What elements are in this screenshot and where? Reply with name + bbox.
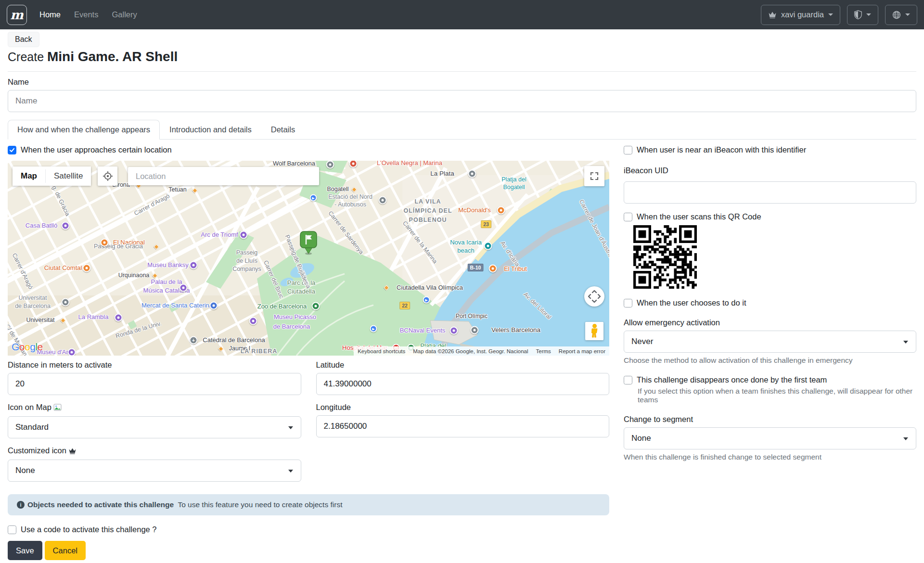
map-poi-pin[interactable] bbox=[468, 170, 476, 178]
approach-location-label: When the user approaches certain locatio… bbox=[21, 145, 172, 154]
map-poi-pin[interactable] bbox=[60, 318, 65, 323]
latitude-input[interactable] bbox=[316, 373, 610, 395]
emergency-select[interactable]: Never bbox=[624, 331, 916, 353]
google-logo[interactable]: Google bbox=[12, 341, 43, 353]
approach-location-checkbox[interactable]: When the user approaches certain locatio… bbox=[8, 145, 609, 154]
map-poi-pin[interactable] bbox=[180, 284, 188, 292]
map-label: La Rambla bbox=[78, 313, 109, 321]
checkbox-unchecked[interactable] bbox=[624, 146, 632, 154]
report-map-error-link[interactable]: Report a map error bbox=[555, 348, 609, 354]
map-poi-pin[interactable] bbox=[484, 242, 492, 250]
map-poi-pin[interactable] bbox=[83, 264, 91, 272]
customized-icon-select[interactable]: None bbox=[8, 460, 301, 482]
checkbox-unchecked[interactable] bbox=[624, 299, 632, 307]
map-label: Universitat bbox=[26, 317, 54, 324]
map-poi-pin[interactable] bbox=[115, 314, 123, 322]
checkbox-checked[interactable] bbox=[8, 146, 16, 154]
map-poi-pin[interactable] bbox=[190, 261, 198, 269]
chevron-down-icon bbox=[905, 13, 910, 16]
pegman-control[interactable] bbox=[585, 322, 603, 340]
map-marker-flag[interactable] bbox=[300, 231, 317, 257]
map-label: Ronda de la Univ. bbox=[115, 320, 163, 340]
ibeacon-checkbox[interactable]: When user is near an iBeacon with this i… bbox=[624, 145, 916, 154]
disappear-help-text: If you select this option when a team fi… bbox=[638, 387, 916, 404]
map-poi-pin[interactable] bbox=[101, 239, 109, 247]
map-poi-pin[interactable] bbox=[210, 302, 218, 310]
map-label: de Barcelona bbox=[15, 303, 51, 310]
map-poi-pin[interactable]: + bbox=[190, 336, 198, 345]
map-type-map-button[interactable]: Map bbox=[13, 166, 45, 186]
map-poi-pin[interactable] bbox=[218, 346, 223, 351]
distance-input[interactable] bbox=[8, 373, 301, 395]
map-pan-control[interactable] bbox=[584, 286, 604, 307]
map-poi-pin[interactable] bbox=[489, 265, 497, 273]
checkbox-unchecked[interactable] bbox=[624, 213, 632, 221]
map-label: L'Ovella Negra | Marina bbox=[377, 161, 442, 167]
tab-introduction[interactable]: Introduction and details bbox=[160, 120, 261, 140]
map-label: LA RIBERA bbox=[241, 348, 278, 356]
map-poi-pin[interactable] bbox=[192, 188, 197, 193]
user-name: xavi guardia bbox=[781, 10, 824, 19]
map-label: Passeig bbox=[236, 249, 257, 257]
tab-details[interactable]: Details bbox=[261, 120, 305, 140]
ibeacon-uid-input[interactable] bbox=[624, 181, 916, 204]
nav-link-events[interactable]: Events bbox=[74, 10, 98, 19]
map-label: Carrer de Joan d'Àustria bbox=[577, 199, 609, 260]
map-poi-pin[interactable] bbox=[450, 327, 458, 335]
icon-on-map-select[interactable]: Standard bbox=[8, 416, 301, 438]
map-poi-pin[interactable] bbox=[62, 222, 70, 230]
map-type-satellite-button[interactable]: Satellite bbox=[46, 166, 91, 186]
name-input[interactable] bbox=[8, 90, 916, 112]
nav-link-home[interactable]: Home bbox=[39, 10, 61, 19]
user-menu-button[interactable]: xavi guardia bbox=[761, 5, 840, 25]
map-location-search-input[interactable] bbox=[128, 167, 319, 185]
user-chooses-checkbox[interactable]: When the user chooses to do it bbox=[624, 298, 916, 307]
map-poi-pin[interactable] bbox=[349, 161, 358, 168]
segment-select[interactable]: None bbox=[624, 427, 916, 449]
language-menu-button[interactable] bbox=[885, 5, 917, 25]
disappear-checkbox[interactable]: This challenge disappears once done by t… bbox=[624, 375, 916, 384]
map-poi-pin[interactable]: ▶ bbox=[423, 296, 430, 304]
map-poi-pin[interactable] bbox=[497, 206, 505, 215]
qr-checkbox[interactable]: When the user scans this QR Code bbox=[624, 212, 916, 221]
admin-menu-button[interactable] bbox=[847, 5, 878, 25]
keyboard-shortcuts-link[interactable]: Keyboard shortcuts bbox=[354, 348, 409, 354]
page-title: Create Mini Game. AR Shell bbox=[8, 49, 916, 64]
fullscreen-button[interactable] bbox=[584, 166, 604, 186]
map-poi-pin[interactable] bbox=[379, 196, 387, 205]
map-poi-pin[interactable]: B-10 bbox=[468, 264, 484, 271]
map-poi-pin[interactable]: ▶ bbox=[310, 194, 317, 202]
checkbox-unchecked[interactable] bbox=[624, 376, 632, 384]
map-label: Pg. de Gràcia bbox=[48, 181, 71, 218]
terms-link[interactable]: Terms bbox=[532, 348, 555, 354]
info-icon: i bbox=[17, 501, 25, 509]
map-poi-pin[interactable] bbox=[471, 326, 479, 334]
map-poi-pin[interactable] bbox=[351, 187, 357, 192]
longitude-input[interactable] bbox=[316, 415, 610, 437]
map-poi-pin[interactable] bbox=[384, 285, 389, 290]
geolocate-button[interactable] bbox=[98, 166, 117, 186]
google-map[interactable]: Wolf BarcelonaL'Ovella Negra | MarinaLa … bbox=[8, 161, 609, 356]
map-poi-pin[interactable] bbox=[62, 298, 70, 307]
brand-logo[interactable]: m bbox=[7, 5, 27, 25]
checkbox-unchecked[interactable] bbox=[8, 525, 16, 534]
map-poi-pin[interactable]: 22 bbox=[399, 302, 410, 309]
use-code-checkbox[interactable]: Use a code to activate this challenge ? bbox=[8, 525, 609, 534]
save-button[interactable]: Save bbox=[8, 541, 42, 560]
nav-link-gallery[interactable]: Gallery bbox=[112, 10, 137, 19]
map-poi-pin[interactable] bbox=[68, 348, 76, 356]
map-poi-pin[interactable] bbox=[249, 317, 257, 325]
back-button[interactable]: Back bbox=[8, 32, 39, 47]
map-poi-pin[interactable] bbox=[240, 231, 248, 239]
map-label: de Lluís bbox=[236, 257, 257, 265]
cancel-button[interactable]: Cancel bbox=[45, 541, 86, 560]
map-poi-pin[interactable] bbox=[154, 244, 159, 249]
map-label: Estació del Nord bbox=[328, 193, 372, 201]
map-label: OLÍMPICA DEL bbox=[403, 207, 452, 215]
map-poi-pin[interactable]: 23 bbox=[481, 220, 491, 228]
map-poi-pin[interactable] bbox=[326, 161, 334, 169]
tab-how-when[interactable]: How and when the challenge appears bbox=[8, 120, 160, 140]
map-poi-pin[interactable] bbox=[312, 302, 320, 310]
page-title-prefix: Create bbox=[8, 50, 44, 64]
map-poi-pin[interactable]: ▶ bbox=[370, 325, 377, 333]
